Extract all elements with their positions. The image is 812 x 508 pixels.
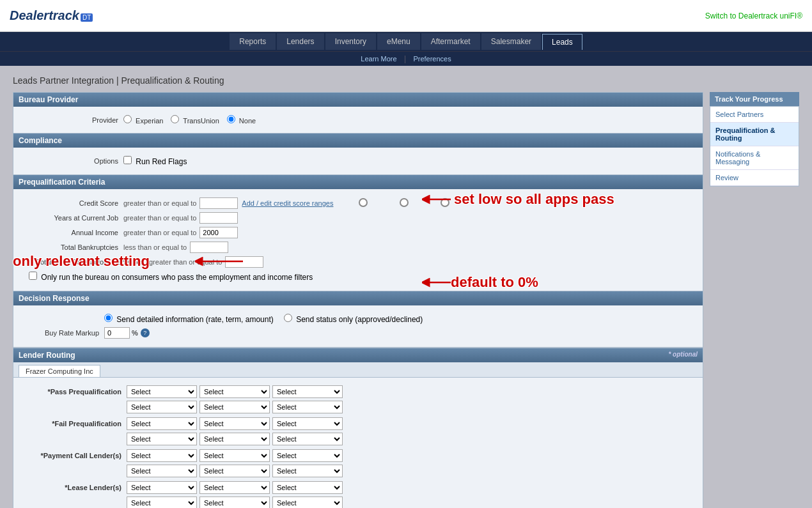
prequalification-body: Credit Score greater than or equal to Ad… [13, 189, 703, 291]
run-red-flags-label[interactable]: Run Red Flags [123, 156, 187, 166]
fail-prequal-select6[interactable]: Select [272, 433, 343, 445]
bankruptcies-condition: less than or equal to [123, 243, 187, 251]
percent-sign: % [132, 329, 138, 337]
fail-prequal-select1[interactable]: Select [127, 417, 197, 430]
sidebar-item-notifications[interactable]: Notifications & Messaging [710, 146, 799, 170]
fail-prequal-select3[interactable]: Select [272, 417, 343, 430]
payment-call-row1: *Payment Call Lender(s) Select Select Se… [21, 449, 695, 462]
bureau-filter-checkbox[interactable] [29, 272, 37, 280]
total-bankruptcies-input[interactable] [190, 242, 228, 253]
pass-prequal-row2: Select Select Select [21, 401, 695, 413]
compliance-row: Options Run Red Flags [21, 156, 695, 166]
payment-call-selects2: Select Select Select [127, 465, 343, 477]
nav-tab-lenders[interactable]: Lenders [277, 33, 324, 50]
send-detailed-label[interactable]: Send detailed information (rate, term, a… [104, 314, 274, 324]
switch-to-unifi-link[interactable]: Switch to Dealertrack uniFI® [705, 12, 802, 20]
pass-prequal-select6[interactable]: Select [272, 401, 343, 413]
prequalification-section: Prequalification Criteria Credit Score g… [13, 175, 703, 291]
sidebar-item-prequalification[interactable]: Prequalification & Routing [710, 123, 799, 146]
options-label: Options [21, 157, 123, 165]
send-detailed-text: Send detailed information (rate, term, a… [116, 315, 273, 324]
add-edit-credit-score-link[interactable]: Add / edit credit score ranges [242, 199, 333, 207]
pass-prequal-select1[interactable]: Select [127, 385, 197, 398]
annual-income-label: Annual Income [21, 229, 123, 236]
send-detailed-radio[interactable] [104, 314, 113, 322]
payment-call-selects1: Select Select Select [127, 449, 343, 462]
pass-prequal-select2[interactable]: Select [199, 385, 270, 398]
none-radio-label[interactable]: None [227, 115, 256, 125]
fail-prequal-select4[interactable]: Select [127, 433, 197, 445]
preferences-link[interactable]: Preferences [413, 55, 451, 63]
payment-call-select2[interactable]: Select [199, 449, 270, 462]
send-status-label[interactable]: Send status only (approved/declined) [284, 314, 423, 324]
years-condition: greater than or equal to [123, 214, 196, 222]
years-job-label: Years at Current Job [21, 214, 123, 222]
sidebar-item-review[interactable]: Review [710, 170, 799, 186]
none-label: None [239, 117, 256, 125]
lease-lender-row1: *Lease Lender(s) Select Select Select [21, 481, 695, 494]
experian-radio-label[interactable]: Experian [123, 115, 163, 125]
send-status-text: Send status only (approved/declined) [296, 315, 423, 324]
run-red-flags-text: Run Red Flags [136, 157, 187, 166]
lender-tab-bar: Frazer Computing Inc [13, 362, 703, 378]
lease-lender-select4[interactable]: Select [127, 496, 197, 508]
payment-call-select3[interactable]: Select [272, 449, 343, 462]
page-title: Leads Partner Integration | Prequalifica… [13, 75, 799, 86]
lease-lender-select5[interactable]: Select [199, 496, 270, 508]
sidebar-item-select-partners[interactable]: Select Partners [710, 107, 799, 123]
nav-tab-leads[interactable]: Leads [542, 34, 582, 50]
total-open-input[interactable] [225, 256, 263, 268]
payment-call-select6[interactable]: Select [272, 465, 343, 477]
prequalification-header: Prequalification Criteria [13, 175, 703, 189]
lender-routing-body: *Pass Prequalification Select Select Sel… [13, 378, 703, 508]
nav-tab-salesmaker[interactable]: Salesmaker [481, 33, 541, 50]
total-bankruptcies-row: Total Bankruptcies less than or equal to [21, 242, 695, 253]
pass-prequal-selects1: Select Select Select [127, 385, 343, 398]
years-job-input[interactable] [199, 212, 238, 224]
nav-tab-reports[interactable]: Reports [230, 33, 276, 50]
lease-lender-select3[interactable]: Select [272, 481, 343, 494]
lease-lender-label: *Lease Lender(s) [21, 484, 127, 491]
send-status-radio[interactable] [284, 314, 292, 322]
run-red-flags-checkbox[interactable] [123, 156, 132, 164]
total-open-label: Total Open Satisfactory Tradelines [21, 258, 149, 266]
fail-prequal-label: *Fail Prequalification [21, 420, 127, 427]
credit-score-input[interactable] [199, 197, 238, 209]
none-radio[interactable] [227, 115, 235, 123]
pass-prequal-select4[interactable]: Select [127, 401, 197, 413]
lease-lender-select1[interactable]: Select [127, 481, 197, 494]
lease-lender-select6[interactable]: Select [272, 496, 343, 508]
fail-prequal-row1: *Fail Prequalification Select Select Sel… [21, 417, 695, 430]
nav-tab-emenu[interactable]: eMenu [377, 33, 420, 50]
bureau-filter-label[interactable]: Only run the bureau on consumers who pas… [29, 272, 313, 282]
fail-prequal-select2[interactable]: Select [199, 417, 270, 430]
nav-tab-aftermarket[interactable]: Aftermarket [421, 33, 480, 50]
bureau-provider-body: Provider Experian TransUnion [13, 107, 703, 133]
sidebar: Track Your Progress Select Partners Preq… [710, 92, 799, 508]
transunion-radio-label[interactable]: TransUnion [171, 115, 219, 125]
fail-prequal-select5[interactable]: Select [199, 433, 270, 445]
info-icon[interactable]: ? [141, 328, 150, 337]
payment-call-select5[interactable]: Select [199, 465, 270, 477]
lease-lender-select2[interactable]: Select [199, 481, 270, 494]
payment-call-select1[interactable]: Select [127, 449, 197, 462]
experian-radio[interactable] [123, 115, 132, 123]
payment-call-select4[interactable]: Select [127, 465, 197, 477]
pass-prequal-select5[interactable]: Select [199, 401, 270, 413]
compliance-section: Compliance Options Run Red Flags [13, 134, 703, 175]
learn-more-link[interactable]: Learn More [361, 55, 396, 63]
nav-tab-inventory[interactable]: Inventory [325, 33, 376, 50]
experian-label: Experian [136, 117, 163, 125]
form-area: Bureau Provider Provider Experian TransU… [13, 92, 703, 508]
pass-prequal-selects2: Select Select Select [127, 401, 343, 413]
transunion-radio[interactable] [171, 115, 179, 123]
pass-prequal-select3[interactable]: Select [272, 385, 343, 398]
provider-row: Provider Experian TransUnion [21, 115, 695, 125]
annual-income-condition: greater than or equal to [123, 229, 196, 236]
lender-routing-header: Lender Routing * optional [13, 348, 703, 362]
decision-response-body: Send detailed information (rate, term, a… [13, 305, 703, 347]
annual-income-input[interactable]: 2000 [199, 227, 238, 238]
lender-tab-frazer[interactable]: Frazer Computing Inc [19, 365, 100, 377]
buy-rate-input[interactable]: 0 [104, 327, 130, 339]
total-open-condition: greater than or equal to [149, 258, 222, 266]
